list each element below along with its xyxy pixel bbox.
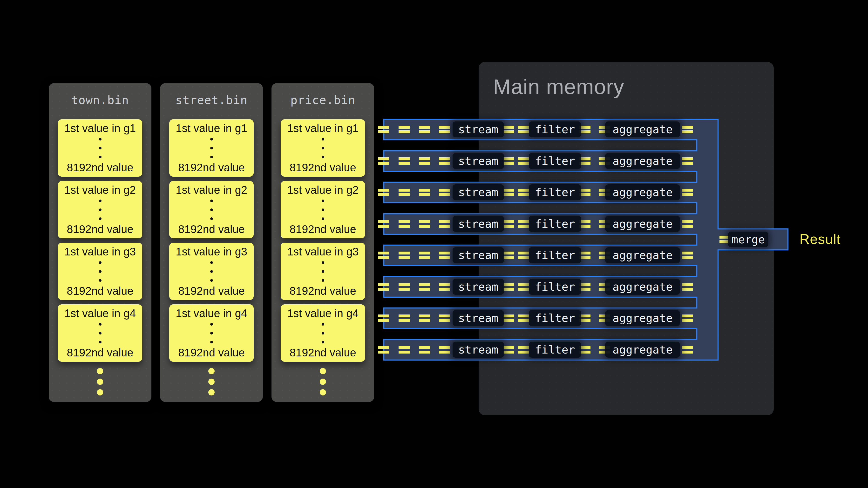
equals-dash-icon bbox=[518, 157, 529, 165]
merge-chip: merge bbox=[728, 232, 768, 247]
file-column-title: town.bin bbox=[49, 83, 151, 117]
granule-first-value-label: 1st value in g1 bbox=[176, 122, 247, 134]
equals-dash-icon bbox=[682, 283, 693, 291]
aggregate-chip: aggregate bbox=[605, 184, 680, 200]
column-more-granules-ellipsis-icon bbox=[272, 368, 374, 395]
equals-dash-icon bbox=[399, 189, 410, 196]
granule-first-value-label: 1st value in g3 bbox=[176, 246, 247, 258]
granule-block: 1st value in g18192nd value bbox=[58, 119, 142, 177]
granule-ellipsis-icon bbox=[322, 199, 324, 220]
granule-last-value-label: 8192nd value bbox=[178, 285, 245, 297]
stream-chip: stream bbox=[453, 342, 504, 358]
ellipsis-dot bbox=[99, 138, 101, 140]
granule-first-value-label: 1st value in g1 bbox=[287, 122, 359, 134]
ellipsis-dot bbox=[322, 156, 324, 158]
ellipsis-dot bbox=[97, 379, 103, 385]
ellipsis-dot bbox=[208, 389, 215, 395]
granule-first-value-label: 1st value in g2 bbox=[287, 184, 359, 196]
filter-chip: filter bbox=[529, 184, 581, 200]
granule-last-value-label: 8192nd value bbox=[67, 161, 133, 174]
granule-block: 1st value in g28192nd value bbox=[58, 181, 142, 238]
ellipsis-dot bbox=[99, 332, 101, 334]
equals-dash-icon bbox=[439, 189, 450, 196]
file-column-title: price.bin bbox=[272, 83, 374, 117]
granule-ellipsis-icon bbox=[99, 199, 101, 220]
aggregate-chip: aggregate bbox=[605, 122, 680, 137]
pipeline-row: streamfilteraggregate bbox=[378, 245, 720, 266]
granule-ellipsis-icon bbox=[322, 261, 324, 282]
ellipsis-dot bbox=[322, 332, 324, 334]
granule-first-value-label: 1st value in g4 bbox=[176, 307, 247, 320]
ellipsis-dot bbox=[322, 217, 324, 220]
equals-dash-icon bbox=[439, 315, 450, 322]
equals-dash-icon bbox=[518, 252, 529, 259]
granule-block: 1st value in g48192nd value bbox=[58, 304, 142, 362]
equals-dash-icon bbox=[419, 157, 430, 165]
ellipsis-dot bbox=[320, 379, 326, 385]
ellipsis-dot bbox=[210, 208, 213, 211]
equals-dash-icon bbox=[378, 189, 389, 196]
granule-block: 1st value in g48192nd value bbox=[281, 304, 365, 362]
ellipsis-dot bbox=[97, 389, 103, 395]
stream-chip: stream bbox=[453, 216, 504, 232]
stream-chip: stream bbox=[453, 153, 504, 169]
equals-dash-icon bbox=[518, 189, 529, 196]
filter-chip: filter bbox=[529, 216, 581, 232]
ellipsis-dot bbox=[210, 279, 213, 282]
equals-dash-icon bbox=[503, 346, 514, 354]
ellipsis-dot bbox=[322, 279, 324, 282]
ellipsis-dot bbox=[99, 279, 101, 282]
ellipsis-dot bbox=[322, 323, 324, 326]
pipeline-row: streamfilteraggregate bbox=[378, 119, 720, 140]
stream-chip: stream bbox=[453, 310, 504, 326]
granule-ellipsis-icon bbox=[99, 323, 101, 344]
equals-dash-icon bbox=[503, 315, 514, 322]
equals-dash-icon bbox=[399, 126, 410, 133]
file-column-title: street.bin bbox=[160, 83, 263, 117]
aggregate-chip: aggregate bbox=[605, 310, 680, 326]
granule-block: 1st value in g48192nd value bbox=[169, 304, 254, 362]
equals-dash-icon bbox=[399, 252, 410, 259]
equals-dash-icon bbox=[682, 315, 693, 322]
ellipsis-dot bbox=[322, 270, 324, 273]
granule-first-value-label: 1st value in g4 bbox=[64, 307, 136, 320]
granule-last-value-label: 8192nd value bbox=[178, 161, 245, 174]
merge-chip-label: merge bbox=[732, 233, 765, 246]
granule-block: 1st value in g28192nd value bbox=[169, 181, 254, 238]
equals-dash-icon bbox=[518, 220, 529, 228]
equals-dash-icon bbox=[399, 346, 410, 354]
equals-dash-icon bbox=[439, 157, 450, 165]
granule-first-value-label: 1st value in g4 bbox=[287, 307, 359, 320]
equals-dash-icon bbox=[682, 220, 693, 228]
equals-dash-icon bbox=[419, 315, 430, 322]
granule-last-value-label: 8192nd value bbox=[178, 223, 245, 235]
ellipsis-dot bbox=[99, 156, 101, 158]
equals-dash-icon bbox=[439, 283, 450, 291]
ellipsis-dot bbox=[99, 208, 101, 211]
aggregate-chip: aggregate bbox=[605, 342, 680, 358]
equals-dash-icon bbox=[419, 252, 430, 259]
equals-dash-icon bbox=[682, 157, 693, 165]
granule-first-value-label: 1st value in g2 bbox=[64, 184, 136, 196]
ellipsis-dot bbox=[322, 208, 324, 211]
equals-dash-icon bbox=[419, 346, 430, 354]
filter-chip: filter bbox=[529, 247, 581, 263]
file-column-town-bin: town.bin1st value in g18192nd value1st v… bbox=[49, 83, 151, 402]
equals-dash-icon bbox=[503, 157, 514, 165]
ellipsis-dot bbox=[208, 379, 215, 385]
pipeline-row: streamfilteraggregate bbox=[378, 182, 720, 203]
file-column-street-bin: street.bin1st value in g18192nd value1st… bbox=[160, 83, 263, 402]
ellipsis-dot bbox=[210, 147, 213, 150]
ellipsis-dot bbox=[322, 261, 324, 264]
granule-block: 1st value in g18192nd value bbox=[169, 119, 254, 177]
ellipsis-dot bbox=[322, 341, 324, 344]
ellipsis-dot bbox=[99, 147, 101, 150]
ellipsis-dot bbox=[210, 341, 213, 344]
pipeline-row: streamfilteraggregate bbox=[378, 339, 720, 360]
equals-dash-icon bbox=[399, 157, 410, 165]
equals-dash-icon bbox=[399, 315, 410, 322]
filter-chip: filter bbox=[529, 279, 581, 295]
granule-block: 1st value in g38192nd value bbox=[281, 243, 365, 300]
equals-dash-icon bbox=[399, 283, 410, 291]
granule-last-value-label: 8192nd value bbox=[289, 223, 356, 235]
